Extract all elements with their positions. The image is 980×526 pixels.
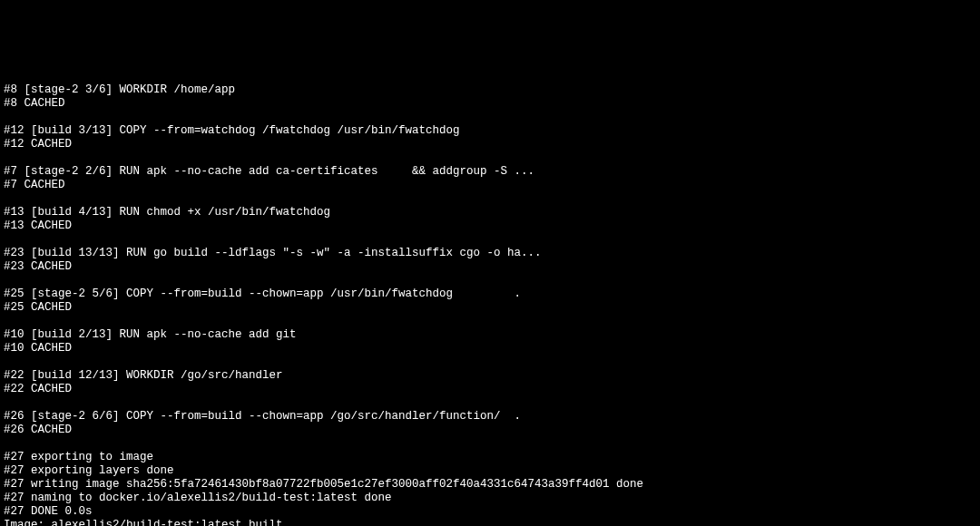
terminal-line: #26 CACHED (4, 424, 976, 437)
terminal-output[interactable]: #8 [stage-2 3/6] WORKDIR /home/app#8 CAC… (4, 56, 976, 526)
terminal-line: #10 [build 2/13] RUN apk --no-cache add … (4, 328, 976, 342)
terminal-line: #25 CACHED (4, 301, 976, 315)
terminal-line: #12 CACHED (4, 138, 976, 151)
terminal-line: #8 [stage-2 3/6] WORKDIR /home/app (4, 83, 976, 97)
terminal-line (4, 274, 976, 287)
terminal-line: #23 CACHED (4, 260, 976, 274)
terminal-line: #26 [stage-2 6/6] COPY --from=build --ch… (4, 410, 976, 424)
terminal-line (4, 315, 976, 328)
terminal-line: #23 [build 13/13] RUN go build --ldflags… (4, 247, 976, 260)
terminal-line: #27 writing image sha256:5fa72461430bf8a… (4, 478, 976, 492)
terminal-line: #27 DONE 0.0s (4, 505, 976, 519)
terminal-line (4, 192, 976, 206)
terminal-line (4, 437, 976, 451)
terminal-line (4, 356, 976, 369)
terminal-line: Image: alexellis2/build-test:latest buil… (4, 519, 976, 526)
terminal-line: #7 CACHED (4, 179, 976, 192)
terminal-line: #27 exporting layers done (4, 464, 976, 478)
terminal-lines: #8 [stage-2 3/6] WORKDIR /home/app#8 CAC… (4, 83, 976, 526)
terminal-line: #27 naming to docker.io/alexellis2/build… (4, 492, 976, 505)
terminal-line: #7 [stage-2 2/6] RUN apk --no-cache add … (4, 165, 976, 179)
terminal-line: #13 [build 4/13] RUN chmod +x /usr/bin/f… (4, 206, 976, 219)
terminal-line: #27 exporting to image (4, 451, 976, 464)
terminal-line: #8 CACHED (4, 97, 976, 111)
terminal-line: #10 CACHED (4, 342, 976, 356)
terminal-line (4, 396, 976, 410)
terminal-line (4, 151, 976, 165)
terminal-line: #25 [stage-2 5/6] COPY --from=build --ch… (4, 287, 976, 301)
terminal-line: #13 CACHED (4, 219, 976, 233)
terminal-line (4, 233, 976, 247)
terminal-line (4, 111, 976, 124)
terminal-line: #12 [build 3/13] COPY --from=watchdog /f… (4, 124, 976, 138)
terminal-line: #22 [build 12/13] WORKDIR /go/src/handle… (4, 369, 976, 383)
terminal-line: #22 CACHED (4, 383, 976, 396)
